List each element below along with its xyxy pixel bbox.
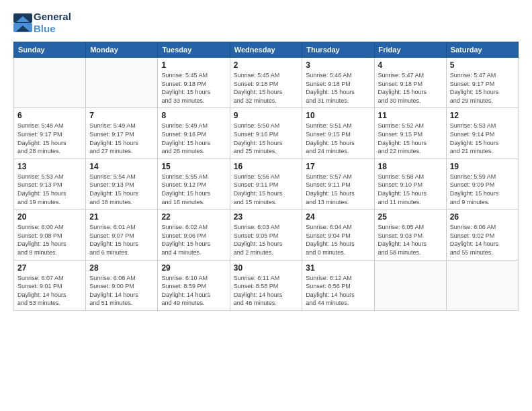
calendar-cell: 11Sunrise: 5:52 AM Sunset: 9:15 PM Dayli…: [374, 108, 446, 158]
calendar-cell: 27Sunrise: 6:07 AM Sunset: 9:01 PM Dayli…: [14, 260, 86, 310]
day-number: 25: [378, 212, 443, 222]
day-info: Sunrise: 6:01 AM Sunset: 9:07 PM Dayligh…: [89, 223, 154, 257]
weekday-header-friday: Friday: [374, 42, 446, 58]
weekday-header-sunday: Sunday: [14, 42, 86, 58]
day-number: 22: [161, 212, 226, 222]
page: General Blue SundayMondayTuesdayWednesda…: [0, 0, 532, 411]
calendar-cell: 23Sunrise: 6:03 AM Sunset: 9:05 PM Dayli…: [230, 210, 302, 260]
day-number: 17: [306, 162, 370, 171]
day-info: Sunrise: 5:53 AM Sunset: 9:14 PM Dayligh…: [450, 122, 515, 155]
day-info: Sunrise: 5:51 AM Sunset: 9:15 PM Dayligh…: [306, 122, 370, 155]
day-number: 10: [306, 111, 370, 120]
calendar-cell: 16Sunrise: 5:56 AM Sunset: 9:11 PM Dayli…: [230, 158, 302, 209]
calendar-cell: 12Sunrise: 5:53 AM Sunset: 9:14 PM Dayli…: [446, 108, 518, 158]
day-info: Sunrise: 5:48 AM Sunset: 9:17 PM Dayligh…: [17, 122, 82, 155]
calendar-cell: 6Sunrise: 5:48 AM Sunset: 9:17 PM Daylig…: [14, 108, 86, 158]
day-number: 20: [17, 212, 82, 222]
day-number: 15: [161, 162, 226, 171]
day-number: 18: [378, 162, 443, 171]
day-info: Sunrise: 6:04 AM Sunset: 9:04 PM Dayligh…: [306, 223, 370, 257]
day-number: 9: [234, 111, 299, 120]
day-number: 14: [89, 162, 154, 171]
calendar-cell: [446, 260, 518, 310]
day-info: Sunrise: 5:57 AM Sunset: 9:11 PM Dayligh…: [306, 173, 370, 206]
weekday-header-tuesday: Tuesday: [158, 42, 230, 58]
day-number: 13: [17, 162, 82, 171]
logo: General Blue: [13, 11, 71, 35]
weekday-header-monday: Monday: [86, 42, 158, 58]
calendar-cell: 20Sunrise: 6:00 AM Sunset: 9:08 PM Dayli…: [14, 210, 86, 260]
day-info: Sunrise: 6:10 AM Sunset: 8:59 PM Dayligh…: [161, 274, 226, 308]
day-info: Sunrise: 6:05 AM Sunset: 9:03 PM Dayligh…: [378, 223, 443, 257]
day-info: Sunrise: 6:07 AM Sunset: 9:01 PM Dayligh…: [17, 274, 82, 308]
day-number: 27: [17, 263, 82, 273]
calendar-cell: [14, 58, 86, 108]
calendar-cell: 26Sunrise: 6:06 AM Sunset: 9:02 PM Dayli…: [446, 210, 518, 260]
day-number: 1: [161, 60, 226, 70]
calendar-cell: [86, 58, 158, 108]
week-row-1: 1Sunrise: 5:45 AM Sunset: 9:18 PM Daylig…: [14, 58, 519, 108]
day-info: Sunrise: 5:49 AM Sunset: 9:17 PM Dayligh…: [89, 122, 154, 155]
weekday-header-thursday: Thursday: [302, 42, 374, 58]
calendar-cell: 10Sunrise: 5:51 AM Sunset: 9:15 PM Dayli…: [302, 108, 374, 158]
calendar-cell: 2Sunrise: 5:45 AM Sunset: 9:18 PM Daylig…: [230, 58, 302, 108]
day-info: Sunrise: 5:50 AM Sunset: 9:16 PM Dayligh…: [234, 122, 299, 155]
calendar-cell: 9Sunrise: 5:50 AM Sunset: 9:16 PM Daylig…: [230, 108, 302, 158]
calendar-table: SundayMondayTuesdayWednesdayThursdayFrid…: [13, 42, 519, 311]
calendar-cell: 8Sunrise: 5:49 AM Sunset: 9:16 PM Daylig…: [158, 108, 230, 158]
calendar-cell: 22Sunrise: 6:02 AM Sunset: 9:06 PM Dayli…: [158, 210, 230, 260]
logo-text: General Blue: [34, 11, 71, 35]
day-number: 24: [306, 212, 370, 222]
week-row-3: 13Sunrise: 5:53 AM Sunset: 9:13 PM Dayli…: [14, 158, 519, 209]
calendar-cell: 3Sunrise: 5:46 AM Sunset: 9:18 PM Daylig…: [302, 58, 374, 108]
weekday-header-wednesday: Wednesday: [230, 42, 302, 58]
day-number: 29: [161, 263, 226, 273]
day-number: 31: [306, 263, 370, 273]
day-number: 4: [378, 60, 443, 70]
calendar-cell: 1Sunrise: 5:45 AM Sunset: 9:18 PM Daylig…: [158, 58, 230, 108]
calendar-cell: 7Sunrise: 5:49 AM Sunset: 9:17 PM Daylig…: [86, 108, 158, 158]
calendar-cell: 25Sunrise: 6:05 AM Sunset: 9:03 PM Dayli…: [374, 210, 446, 260]
day-number: 5: [450, 60, 515, 70]
day-number: 8: [161, 111, 226, 120]
day-info: Sunrise: 5:45 AM Sunset: 9:18 PM Dayligh…: [234, 71, 299, 105]
day-info: Sunrise: 5:52 AM Sunset: 9:15 PM Dayligh…: [378, 122, 443, 155]
week-row-2: 6Sunrise: 5:48 AM Sunset: 9:17 PM Daylig…: [14, 108, 519, 158]
weekday-header-saturday: Saturday: [446, 42, 518, 58]
day-info: Sunrise: 5:46 AM Sunset: 9:18 PM Dayligh…: [306, 71, 370, 105]
weekday-header-row: SundayMondayTuesdayWednesdayThursdayFrid…: [14, 42, 519, 58]
day-number: 19: [450, 162, 515, 171]
week-row-5: 27Sunrise: 6:07 AM Sunset: 9:01 PM Dayli…: [14, 260, 519, 310]
day-info: Sunrise: 5:53 AM Sunset: 9:13 PM Dayligh…: [17, 173, 82, 206]
header: General Blue: [13, 11, 519, 35]
calendar-cell: 4Sunrise: 5:47 AM Sunset: 9:18 PM Daylig…: [374, 58, 446, 108]
day-number: 26: [450, 212, 515, 222]
calendar-cell: 14Sunrise: 5:54 AM Sunset: 9:13 PM Dayli…: [86, 158, 158, 209]
logo-icon: [13, 13, 32, 32]
day-info: Sunrise: 6:11 AM Sunset: 8:58 PM Dayligh…: [234, 274, 299, 308]
day-info: Sunrise: 6:03 AM Sunset: 9:05 PM Dayligh…: [234, 223, 299, 257]
day-number: 11: [378, 111, 443, 120]
calendar-cell: 13Sunrise: 5:53 AM Sunset: 9:13 PM Dayli…: [14, 158, 86, 209]
day-info: Sunrise: 5:47 AM Sunset: 9:17 PM Dayligh…: [450, 71, 515, 105]
day-info: Sunrise: 5:58 AM Sunset: 9:10 PM Dayligh…: [378, 173, 443, 206]
day-info: Sunrise: 5:49 AM Sunset: 9:16 PM Dayligh…: [161, 122, 226, 155]
calendar-cell: 18Sunrise: 5:58 AM Sunset: 9:10 PM Dayli…: [374, 158, 446, 209]
day-number: 3: [306, 60, 370, 70]
day-info: Sunrise: 5:55 AM Sunset: 9:12 PM Dayligh…: [161, 173, 226, 206]
day-info: Sunrise: 5:47 AM Sunset: 9:18 PM Dayligh…: [378, 71, 443, 105]
day-number: 2: [234, 60, 299, 70]
day-number: 6: [17, 111, 82, 120]
day-info: Sunrise: 5:56 AM Sunset: 9:11 PM Dayligh…: [234, 173, 299, 206]
calendar-cell: 29Sunrise: 6:10 AM Sunset: 8:59 PM Dayli…: [158, 260, 230, 310]
day-info: Sunrise: 6:02 AM Sunset: 9:06 PM Dayligh…: [161, 223, 226, 257]
calendar-cell: [374, 260, 446, 310]
calendar-cell: 15Sunrise: 5:55 AM Sunset: 9:12 PM Dayli…: [158, 158, 230, 209]
day-info: Sunrise: 6:00 AM Sunset: 9:08 PM Dayligh…: [17, 223, 82, 257]
calendar-cell: 17Sunrise: 5:57 AM Sunset: 9:11 PM Dayli…: [302, 158, 374, 209]
day-info: Sunrise: 5:54 AM Sunset: 9:13 PM Dayligh…: [89, 173, 154, 206]
day-number: 28: [89, 263, 154, 273]
week-row-4: 20Sunrise: 6:00 AM Sunset: 9:08 PM Dayli…: [14, 210, 519, 260]
day-info: Sunrise: 6:12 AM Sunset: 8:56 PM Dayligh…: [306, 274, 370, 308]
day-number: 7: [89, 111, 154, 120]
